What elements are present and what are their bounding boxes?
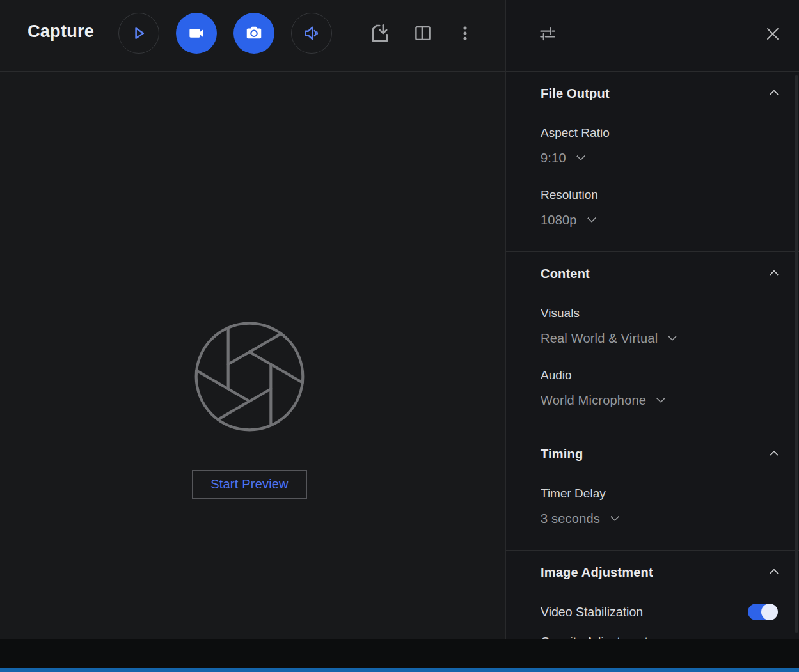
chevron-down-icon [668,332,677,341]
top-toolbar: Capture [0,0,505,72]
field-label: Resolution [541,187,777,203]
section-title: File Output [541,86,610,101]
bottom-strip [0,639,799,672]
chevron-up-icon [770,270,779,279]
video-stabilization-toggle[interactable] [748,604,777,620]
chevron-down-icon [610,512,619,521]
section-content-header[interactable]: Content [541,265,777,282]
field-value: 3 seconds [541,510,600,527]
field-label: Visuals [541,305,777,322]
field-label: Audio [541,367,777,384]
play-icon [129,24,148,43]
section-title: Content [541,267,590,281]
save-capture-button[interactable] [367,20,393,46]
opacity-adjustment-label: Opacity Adjustment [541,634,777,639]
sliders-icon[interactable] [538,24,557,43]
capture-window: Capture [0,0,799,639]
more-options-button[interactable] [452,20,478,46]
panel-scrollbar[interactable] [795,75,798,633]
close-icon [765,26,780,42]
start-preview-button[interactable]: Start Preview [192,470,307,499]
chevron-up-icon [770,90,779,98]
chevron-up-icon [770,568,779,577]
field-label: Aspect Ratio [541,125,777,141]
section-title: Timing [541,447,583,462]
audio-dropdown[interactable]: World Microphone [541,392,777,409]
chevron-down-icon [656,394,665,403]
timer-delay-dropdown[interactable]: 3 seconds [541,510,777,527]
field-label: Timer Delay [541,485,777,502]
visuals-dropdown[interactable]: Real World & Virtual [541,330,777,347]
play-button[interactable] [118,13,159,54]
field-value: 9:10 [541,150,566,166]
speaker-icon [301,23,322,43]
close-panel-button[interactable] [763,24,782,43]
section-content: Content Visuals Real World & Virtual Aud… [506,252,799,432]
field-value: World Microphone [541,392,646,409]
toggle-label: Video Stabilization [541,605,643,620]
field-audio: Audio World Microphone [541,367,777,409]
kebab-menu-icon [455,24,475,43]
field-visuals: Visuals Real World & Virtual [541,305,777,347]
photo-camera-icon [244,24,264,43]
split-view-button[interactable] [410,20,436,46]
bottom-accent-bar [0,668,799,672]
chevron-up-icon [770,450,779,459]
field-aspect-ratio: Aspect Ratio 9:10 [541,125,777,166]
section-image-adjustment-header[interactable]: Image Adjustment [541,564,777,581]
split-view-icon [412,22,434,44]
section-timing: Timing Timer Delay 3 seconds [506,432,799,551]
field-value: Real World & Virtual [541,330,658,347]
toggle-thumb [761,604,778,620]
aspect-ratio-dropdown[interactable]: 9:10 [541,150,777,166]
field-timer-delay: Timer Delay 3 seconds [541,485,777,527]
chevron-down-icon [587,214,596,223]
section-file-output-header[interactable]: File Output [541,85,777,102]
field-value: 1080p [541,212,577,228]
save-file-icon [368,22,392,45]
page-title: Capture [28,22,94,42]
video-camera-icon [187,24,206,43]
take-photo-button[interactable] [233,13,274,54]
video-stabilization-row: Video Stabilization [541,604,777,620]
preview-canvas: Start Preview [0,72,505,639]
record-video-button[interactable] [176,13,217,54]
section-timing-header[interactable]: Timing [541,446,777,462]
resolution-dropdown[interactable]: 1080p [541,212,777,228]
section-file-output: File Output Aspect Ratio 9:10 Resolution… [506,72,799,252]
chevron-down-icon [576,152,585,160]
settings-panel: File Output Aspect Ratio 9:10 Resolution… [505,0,799,639]
settings-panel-header [506,0,799,72]
field-resolution: Resolution 1080p [541,187,777,228]
section-image-adjustment: Image Adjustment Video Stabilization Opa… [506,551,799,639]
capture-app: Capture [0,0,799,672]
section-title: Image Adjustment [541,565,653,580]
aperture-icon [186,313,313,441]
audio-button[interactable] [291,13,332,54]
main-area: Capture [0,0,505,639]
